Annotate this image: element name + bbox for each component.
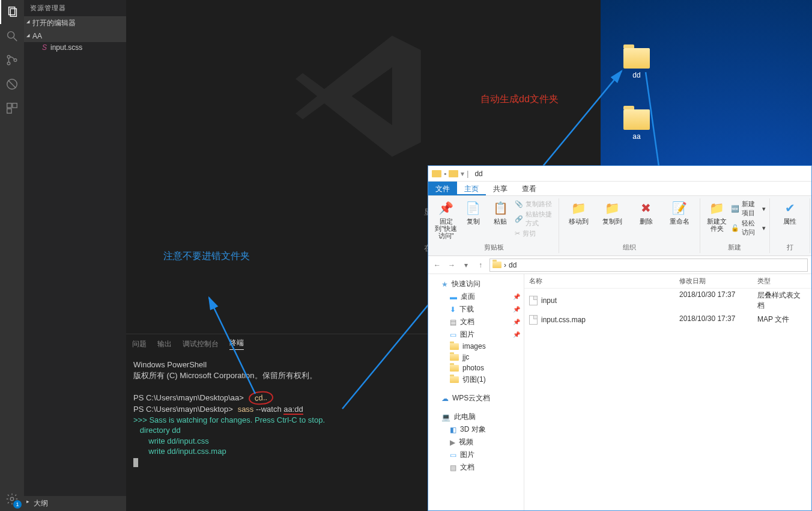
nav-wps[interactable]: ☁WPS云文档 <box>428 392 524 405</box>
explorer-window: ▪ ▾ | dd 文件 主页 共享 查看 📌固定到"快速访问" 📄复制 📋粘贴 … <box>428 165 812 511</box>
debug-icon[interactable] <box>0 72 24 96</box>
nav-this-pc[interactable]: 💻此电脑 <box>428 411 524 423</box>
file-list: 名称 修改日期 类型 input 2018/10/30 17:37 层叠样式表文… <box>524 274 811 510</box>
easy-access-button[interactable]: 🔓轻松访问▾ <box>731 219 766 237</box>
column-header-date[interactable]: 修改日期 <box>674 274 753 288</box>
ribbon-group-label: 新建 <box>728 243 741 252</box>
file-icon <box>529 296 538 305</box>
panel-tab-problems[interactable]: 问题 <box>132 339 147 349</box>
folder-icon <box>449 170 458 177</box>
nav-documents[interactable]: ▤文档📌 <box>428 316 524 328</box>
folder-icon <box>450 376 459 383</box>
copy-path-button[interactable]: 📎复制路径 <box>515 200 555 209</box>
svg-point-5 <box>7 62 10 65</box>
workspace-section[interactable]: AA <box>24 30 126 42</box>
move-icon: 📁 <box>571 200 587 216</box>
svg-rect-10 <box>13 103 17 108</box>
path-segment: dd <box>509 261 517 269</box>
copy-button[interactable]: 📄复制 <box>460 200 486 225</box>
nav-jjc[interactable]: jjc <box>428 352 524 363</box>
column-header-name[interactable]: 名称 <box>524 274 674 288</box>
nav-docs2[interactable]: ▤文档 <box>428 461 524 474</box>
address-path[interactable]: › dd <box>489 259 808 272</box>
copy-to-button[interactable]: 📁复制到 <box>596 200 629 225</box>
ribbon-tab-view[interactable]: 查看 <box>515 182 544 195</box>
back-button[interactable]: ← <box>432 261 443 269</box>
vscode-logo-watermark <box>288 24 432 168</box>
folder-icon <box>623 109 650 130</box>
ribbon: 📌固定到"快速访问" 📄复制 📋粘贴 📎复制路径 🔗粘贴快捷方式 ✂剪切 剪贴板… <box>428 196 811 256</box>
column-header-type[interactable]: 类型 <box>753 274 811 288</box>
paste-button[interactable]: 📋粘贴 <box>487 200 513 225</box>
file-label: input.scss <box>50 43 82 52</box>
panel-tab-terminal[interactable]: 终端 <box>229 338 244 350</box>
nav-3d[interactable]: ◧3D 对象 <box>428 423 524 436</box>
nav-cut1[interactable]: 切图(1) <box>428 373 524 386</box>
panel-tab-output[interactable]: 输出 <box>157 339 172 349</box>
desktop-folder-aa[interactable]: aa <box>619 109 655 141</box>
ribbon-tab-share[interactable]: 共享 <box>486 182 515 195</box>
move-to-button[interactable]: 📁移动到 <box>563 200 595 225</box>
folder-icon <box>450 354 459 361</box>
source-control-icon[interactable] <box>0 48 24 72</box>
nav-quick-access[interactable]: ★快速访问 <box>428 278 524 290</box>
nav-pictures2[interactable]: ▭图片 <box>428 448 524 461</box>
new-item-button[interactable]: 🆕新建项目▾ <box>731 200 766 218</box>
file-row[interactable]: input.css.map 2018/10/30 17:37 MAP 文件 <box>524 313 811 326</box>
folder-icon <box>432 170 441 177</box>
panel-tab-debug[interactable]: 调试控制台 <box>183 339 219 349</box>
gear-icon[interactable]: 1 <box>0 487 24 511</box>
desktop-folder-dd[interactable]: dd <box>619 48 655 79</box>
pin-icon: 📌 <box>513 319 520 325</box>
folder-icon <box>623 48 650 69</box>
history-button[interactable]: ▾ <box>461 261 471 269</box>
window-title: dd <box>474 170 482 178</box>
forward-button[interactable]: → <box>446 261 457 269</box>
nav-pictures[interactable]: ▭图片📌 <box>428 328 524 341</box>
file-row[interactable]: input 2018/10/30 17:37 层叠样式表文档 <box>524 289 811 313</box>
svg-point-2 <box>8 32 14 38</box>
open-editors-section[interactable]: 打开的编辑器 <box>24 16 126 30</box>
outline-section[interactable]: 大纲 <box>24 496 126 511</box>
ribbon-group-label: 剪贴板 <box>484 243 504 252</box>
paste-shortcut-button[interactable]: 🔗粘贴快捷方式 <box>515 210 555 228</box>
delete-button[interactable]: ✖删除 <box>630 200 662 225</box>
nav-images[interactable]: images <box>428 341 524 352</box>
svg-line-8 <box>8 81 16 88</box>
star-icon: ★ <box>441 280 448 289</box>
explorer-titlebar[interactable]: ▪ ▾ | dd <box>428 166 811 182</box>
rename-button[interactable]: 📝重命名 <box>664 200 696 225</box>
svg-rect-0 <box>9 7 15 15</box>
cut-button[interactable]: ✂剪切 <box>515 229 555 238</box>
extensions-icon[interactable] <box>0 96 24 120</box>
explorer-icon[interactable] <box>0 0 24 24</box>
document-icon: ▤ <box>450 318 456 326</box>
download-icon: ⬇ <box>450 305 456 314</box>
ribbon-tab-home[interactable]: 主页 <box>457 182 486 195</box>
ribbon-group-label: 打 <box>787 243 793 252</box>
search-icon[interactable] <box>0 24 24 48</box>
cube-icon: ◧ <box>450 426 456 434</box>
file-item-input-scss[interactable]: S input.scss <box>24 42 126 53</box>
properties-button[interactable]: ✔属性 <box>774 200 806 225</box>
folder-icon <box>492 262 501 268</box>
ribbon-tabs: 文件 主页 共享 查看 <box>428 182 811 196</box>
nav-videos[interactable]: ▶视频 <box>428 436 524 448</box>
svg-rect-1 <box>10 9 16 17</box>
sass-icon: S <box>42 43 47 52</box>
nav-downloads[interactable]: ⬇下载📌 <box>428 303 524 316</box>
nav-desktop[interactable]: ▬桌面📌 <box>428 290 524 303</box>
nav-photos[interactable]: photos <box>428 363 524 373</box>
pin-icon: 📌 <box>513 306 520 313</box>
svg-rect-9 <box>7 103 11 108</box>
video-icon: ▶ <box>450 438 455 447</box>
ribbon-tab-file[interactable]: 文件 <box>428 182 457 195</box>
picture-icon: ▭ <box>450 451 456 459</box>
copy-to-icon: 📁 <box>604 200 621 216</box>
up-button[interactable]: ↑ <box>475 261 486 269</box>
new-folder-button[interactable]: 📁新建文件夹 <box>704 200 730 232</box>
activity-bar: 1 <box>0 0 24 511</box>
check-icon: ✔ <box>781 200 798 216</box>
sidebar-header: 资源管理器 <box>24 0 126 16</box>
pin-quick-access-button[interactable]: 📌固定到"快速访问" <box>433 200 459 239</box>
